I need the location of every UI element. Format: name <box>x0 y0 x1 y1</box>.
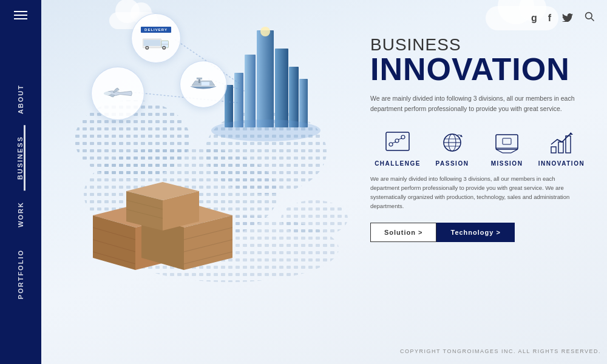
main-content: DELIVERY <box>41 0 607 364</box>
twitter-icon[interactable] <box>562 12 573 24</box>
svg-line-53 <box>392 142 396 143</box>
innovation-icon <box>549 131 574 154</box>
delivery-label: DELIVERY <box>141 27 171 33</box>
svg-line-54 <box>398 138 402 140</box>
svg-point-23 <box>146 47 148 49</box>
technology-button[interactable]: Technology > <box>436 223 514 242</box>
svg-rect-49 <box>386 132 409 150</box>
mission-icon-wrap <box>493 129 521 157</box>
passion-icon <box>439 131 465 154</box>
svg-line-63 <box>511 149 518 153</box>
mission-label: MISSION <box>491 160 523 167</box>
truck-icon <box>143 35 169 50</box>
plane-icon <box>102 83 134 104</box>
sidebar-item-portfolio[interactable]: PORTFOLIO <box>17 238 24 310</box>
svg-rect-26 <box>143 39 160 46</box>
challenge-label: CHALLENGE <box>375 160 421 167</box>
sidebar-item-about[interactable]: ABOUT <box>17 73 24 125</box>
challenge-icon-wrap <box>384 129 412 157</box>
svg-line-62 <box>496 149 503 153</box>
right-content-panel: BUSINESS INNOVATION We are mainly divide… <box>370 36 601 257</box>
copyright-text: COPYRIGHT TONGROIMAGES INC. ALL RIGHTS R… <box>400 348 601 354</box>
svg-rect-67 <box>551 147 556 153</box>
transport-ship-circle <box>180 61 227 108</box>
sidebar-item-business[interactable]: BUSINESS <box>16 125 25 190</box>
innovation-icon-wrap <box>548 129 575 157</box>
hero-graphic: DELIVERY <box>41 0 369 340</box>
social-bar: g f <box>531 11 595 25</box>
headline-line2: INNOVATION <box>370 53 601 85</box>
svg-point-0 <box>586 13 592 19</box>
feature-passion: PASSION <box>425 129 480 167</box>
facebook-icon[interactable]: f <box>548 13 551 24</box>
menu-button[interactable] <box>14 11 27 19</box>
feature-description: We are mainly divided into following 3 d… <box>370 174 577 211</box>
svg-point-28 <box>104 92 111 95</box>
mission-icon <box>494 131 520 154</box>
innovation-label: INNOVATION <box>538 160 585 167</box>
features-row: CHALLENGE PASSION <box>370 129 601 167</box>
ship-icon <box>188 75 219 93</box>
svg-line-1 <box>591 18 594 21</box>
shipping-containers <box>87 155 263 294</box>
svg-rect-69 <box>566 136 571 153</box>
action-buttons: Solution > Technology > <box>370 223 601 242</box>
sidebar: ABOUT BUSINESS WORK PORTFOLIO <box>0 0 41 364</box>
svg-rect-68 <box>558 142 563 153</box>
svg-rect-31 <box>202 82 210 86</box>
passion-label: PASSION <box>436 160 469 167</box>
svg-rect-30 <box>197 78 202 79</box>
svg-point-25 <box>163 47 165 49</box>
svg-rect-66 <box>503 138 511 144</box>
solution-button[interactable]: Solution > <box>370 223 436 242</box>
google-icon[interactable]: g <box>531 13 537 24</box>
transport-truck-circle: DELIVERY <box>131 13 181 63</box>
passion-icon-wrap <box>438 129 466 157</box>
svg-rect-13 <box>299 79 308 127</box>
challenge-icon <box>385 131 410 154</box>
sidebar-item-work[interactable]: WORK <box>17 190 24 238</box>
headline-line1: BUSINESS <box>370 36 601 53</box>
feature-challenge: CHALLENGE <box>370 129 425 167</box>
sidebar-nav: ABOUT BUSINESS WORK PORTFOLIO <box>16 19 25 364</box>
hero-sub-text: We are mainly divided into following 3 d… <box>370 93 577 114</box>
search-icon[interactable] <box>584 11 595 25</box>
feature-mission: MISSION <box>480 129 534 167</box>
svg-rect-61 <box>496 135 518 149</box>
svg-point-7 <box>281 200 348 237</box>
feature-innovation: INNOVATION <box>534 129 589 167</box>
transport-plane-circle <box>91 67 144 120</box>
